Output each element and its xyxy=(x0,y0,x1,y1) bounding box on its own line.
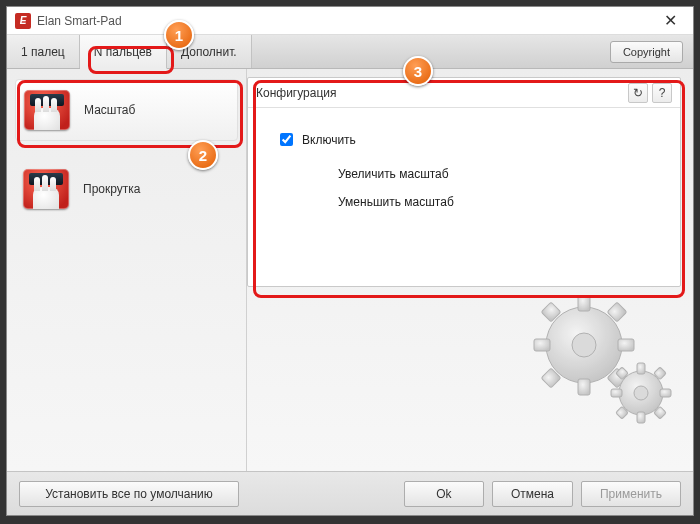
config-body: Включить Увеличить масштаб Уменьшить мас… xyxy=(248,108,680,245)
svg-point-19 xyxy=(634,386,648,400)
tab-additional[interactable]: Дополнит. xyxy=(167,35,252,68)
enable-row[interactable]: Включить xyxy=(276,130,652,149)
sidebar: Масштаб Прокрутка xyxy=(7,69,247,471)
tab-one-finger[interactable]: 1 палец xyxy=(7,35,80,68)
refresh-icon[interactable]: ↻ xyxy=(628,83,648,103)
svg-rect-3 xyxy=(534,339,550,351)
config-title: Конфигурация xyxy=(256,86,337,100)
titlebar: E Elan Smart-Pad ✕ xyxy=(7,7,693,35)
svg-rect-14 xyxy=(660,389,671,397)
tab-bar: 1 палец N пальцев Дополнит. Copyright xyxy=(7,35,693,69)
svg-rect-13 xyxy=(611,389,622,397)
svg-rect-12 xyxy=(637,412,645,423)
zoom-gesture-icon xyxy=(24,90,70,130)
app-icon: E xyxy=(15,13,31,29)
svg-rect-4 xyxy=(618,339,634,351)
svg-rect-2 xyxy=(578,379,590,395)
svg-point-9 xyxy=(572,333,596,357)
sidebar-item-zoom[interactable]: Масштаб xyxy=(15,79,238,141)
close-button[interactable]: ✕ xyxy=(656,9,685,32)
svg-rect-1 xyxy=(578,295,590,311)
apply-button[interactable]: Применить xyxy=(581,481,681,507)
sidebar-item-label: Масштаб xyxy=(84,103,135,117)
content-area: Конфигурация ↻ ? Включить Увеличить масш… xyxy=(247,69,693,471)
copyright-button[interactable]: Copyright xyxy=(610,41,683,63)
help-icon[interactable]: ? xyxy=(652,83,672,103)
config-panel: Конфигурация ↻ ? Включить Увеличить масш… xyxy=(247,77,681,287)
window-title: Elan Smart-Pad xyxy=(37,14,656,28)
footer: Установить все по умолчанию Ok Отмена Пр… xyxy=(7,471,693,515)
tab-n-fingers[interactable]: N пальцев xyxy=(80,35,167,69)
defaults-button[interactable]: Установить все по умолчанию xyxy=(19,481,239,507)
window: E Elan Smart-Pad ✕ 1 палец N пальцев Доп… xyxy=(6,6,694,516)
enable-checkbox[interactable] xyxy=(280,133,293,146)
cancel-button[interactable]: Отмена xyxy=(492,481,573,507)
ok-button[interactable]: Ok xyxy=(404,481,484,507)
sidebar-item-label: Прокрутка xyxy=(83,182,140,196)
svg-rect-11 xyxy=(637,363,645,374)
enable-label: Включить xyxy=(302,133,356,147)
sidebar-item-scroll[interactable]: Прокрутка xyxy=(15,159,238,219)
body: Масштаб Прокрутка Конфигурация xyxy=(7,69,693,471)
gears-decoration-icon xyxy=(529,295,679,425)
scroll-gesture-icon xyxy=(23,169,69,209)
option-zoom-out[interactable]: Уменьшить масштаб xyxy=(338,195,652,209)
config-header: Конфигурация ↻ ? xyxy=(248,78,680,108)
option-zoom-in[interactable]: Увеличить масштаб xyxy=(338,167,652,181)
